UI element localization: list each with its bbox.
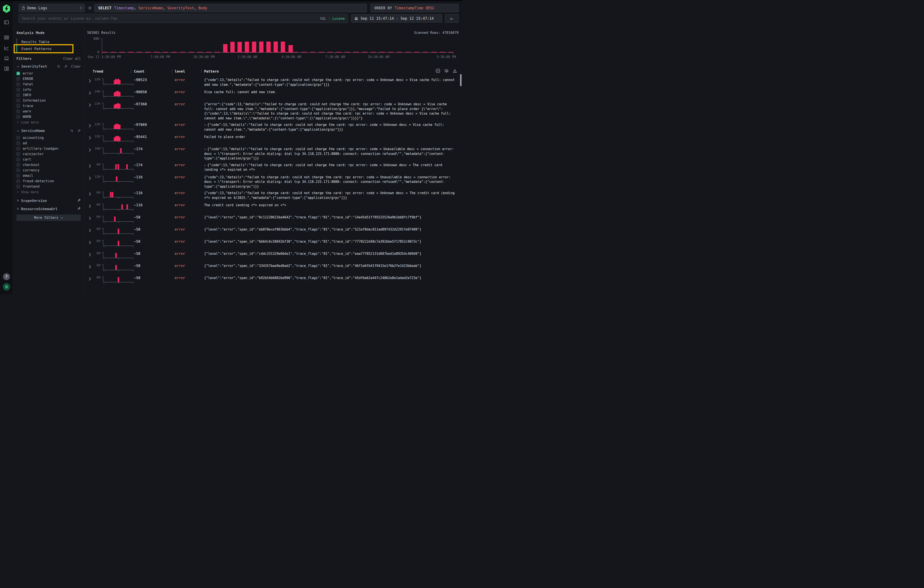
pin-icon[interactable]: [64, 64, 68, 68]
column-header-level[interactable]: level: [175, 69, 204, 73]
filter-option-currency[interactable]: currency: [16, 168, 81, 173]
filter-option-INFO[interactable]: INFO: [16, 92, 81, 98]
filter-option-fatal[interactable]: fatal: [16, 81, 81, 87]
pattern-text[interactable]: The credit card (ending <*> expired on <…: [204, 203, 459, 208]
service-checkbox[interactable]: [16, 168, 20, 172]
expand-row-chevron-icon[interactable]: [87, 148, 94, 152]
pattern-text[interactable]: {"level":"error","span_id":"334357bae9ed…: [204, 264, 459, 268]
expand-row-chevron-icon[interactable]: [87, 229, 94, 232]
table-row[interactable]: 60~174error×{"code":13,"details":"failed…: [87, 161, 459, 173]
events-histogram[interactable]: 80K0Sep 11 3:30:00 PM7:30:00 PM10:30:00 …: [87, 36, 459, 59]
filter-option-ERROR[interactable]: ERROR: [16, 76, 81, 81]
pin-icon[interactable]: [77, 129, 81, 133]
service-checkbox[interactable]: [16, 174, 20, 178]
source-select[interactable]: Demo Logs: [19, 4, 85, 12]
sidebar-toggle-icon[interactable]: [4, 20, 9, 25]
expand-row-chevron-icon[interactable]: [87, 103, 94, 107]
view-code-icon[interactable]: [436, 68, 441, 74]
pattern-text[interactable]: {"error":{"code":13,"details":"failed to…: [204, 102, 459, 121]
service-checkbox[interactable]: [16, 158, 20, 161]
filter-option-cainjector[interactable]: cainjector: [16, 151, 81, 156]
severity-checkbox[interactable]: [16, 110, 20, 113]
filter-option-fraud-detection[interactable]: fraud-detection: [16, 178, 81, 184]
severity-checkbox[interactable]: [16, 82, 20, 86]
filter-option-warn[interactable]: warn: [16, 109, 81, 114]
filter-option-ad[interactable]: ad: [16, 140, 81, 146]
table-row[interactable]: 22K~97069error×{"code":13,"details":"fai…: [87, 121, 459, 133]
pattern-text[interactable]: {"code":13,"details":"failed to charge c…: [204, 191, 459, 200]
search-input[interactable]: [22, 16, 320, 21]
service-group-header[interactable]: ServiceName: [16, 129, 81, 133]
expand-row-chevron-icon[interactable]: [87, 277, 94, 281]
service-checkbox[interactable]: [16, 163, 20, 166]
pattern-text[interactable]: {"level":"error","span_id":"6b64c6c58842…: [204, 239, 459, 244]
search-logs-icon[interactable]: [4, 35, 9, 40]
severity-group-header[interactable]: SeverityText Clear: [16, 64, 81, 68]
severity-checkbox[interactable]: [16, 99, 20, 102]
pattern-text[interactable]: ×{"code":13,"details":"failed to charge …: [204, 123, 459, 132]
table-row[interactable]: 22K~97360error{"error":{"code":13,"detai…: [87, 100, 459, 121]
pin-icon[interactable]: [77, 198, 81, 203]
mode-toggle-sql[interactable]: SQL: [320, 16, 326, 21]
mode-toggle-lucene[interactable]: Lucene: [332, 16, 345, 21]
table-row[interactable]: 60~58error{"level":"error","span_id":"0c…: [87, 213, 459, 225]
app-logo-icon[interactable]: [3, 4, 10, 14]
expand-row-chevron-icon[interactable]: [87, 164, 94, 168]
filter-option-error[interactable]: error: [16, 71, 81, 76]
filter-option-WARN[interactable]: WARN: [16, 114, 81, 119]
table-scrollbar-thumb[interactable]: [460, 74, 462, 86]
service-checkbox[interactable]: [16, 136, 20, 140]
filter-option-info[interactable]: info: [16, 87, 81, 92]
service-checkbox[interactable]: [16, 152, 20, 156]
pattern-text[interactable]: ×{"code":13,"details":"failed to charge …: [204, 147, 459, 161]
table-row[interactable]: 60~116errorThe credit card (ending <*> e…: [87, 201, 459, 213]
search-icon[interactable]: [70, 129, 74, 133]
pattern-text[interactable]: {"level":"error","span_id":"cddc331329e6…: [204, 252, 459, 256]
client-sessions-icon[interactable]: [4, 56, 9, 61]
filter-option-checkout[interactable]: checkout: [16, 162, 81, 168]
wrap-lines-icon[interactable]: [444, 68, 449, 74]
severity-checkbox[interactable]: [16, 77, 20, 81]
chart-explorer-icon[interactable]: [4, 45, 9, 51]
expand-row-chevron-icon[interactable]: [87, 79, 94, 83]
service-show-more[interactable]: Show more: [16, 189, 81, 195]
expand-row-chevron-icon[interactable]: [87, 204, 94, 208]
sql-select-editor[interactable]: SELECT Timestamp, ServiceName, SeverityT…: [94, 4, 367, 12]
pattern-text[interactable]: {"code":13,"details":"failed to charge c…: [204, 78, 459, 87]
date-range-picker[interactable]: Sep 11 15:47:14 - Sep 12 15:47:14: [351, 14, 442, 23]
table-row[interactable]: 60~116error{"code":13,"details":"failed …: [87, 189, 459, 201]
column-header-count[interactable]: Count: [134, 69, 175, 73]
expand-row-chevron-icon[interactable]: [87, 216, 94, 220]
pattern-text[interactable]: Visa cache full: cannot add new item.: [204, 90, 459, 95]
sidebar-item-results-table[interactable]: Results Table: [16, 38, 81, 45]
service-checkbox[interactable]: [16, 185, 20, 188]
source-settings-button[interactable]: [87, 6, 92, 10]
severity-checkbox[interactable]: [16, 104, 20, 108]
table-row[interactable]: 60~58error{"level":"error","span_id":"cd…: [87, 250, 459, 262]
pattern-text[interactable]: {"code":13,"details":"failed to charge c…: [204, 175, 459, 189]
download-icon[interactable]: [452, 68, 457, 74]
scopeversion-group-header[interactable]: ScopeVersion: [16, 198, 81, 203]
pin-icon[interactable]: [77, 207, 81, 211]
filter-option-Information[interactable]: Information: [16, 98, 81, 103]
service-checkbox[interactable]: [16, 147, 20, 150]
filter-option-cart[interactable]: cart: [16, 156, 81, 162]
filter-option-accounting[interactable]: accounting: [16, 135, 81, 140]
column-header-trend[interactable]: Trend: [93, 69, 134, 73]
more-filters-button[interactable]: More filters: [16, 214, 81, 221]
user-avatar[interactable]: U: [3, 283, 10, 290]
expand-row-chevron-icon[interactable]: [87, 253, 94, 257]
table-row[interactable]: 60~58error{"level":"error","span_id":"6b…: [87, 237, 459, 250]
sidebar-item-event-patterns[interactable]: Event Patterns: [16, 45, 81, 52]
expand-row-chevron-icon[interactable]: [87, 136, 94, 140]
clear-all-link[interactable]: Clear all: [63, 57, 81, 61]
severity-checkbox[interactable]: [16, 88, 20, 91]
expand-row-chevron-icon[interactable]: [87, 91, 94, 95]
table-row[interactable]: 24K~98058errorVisa cache full: cannot ad…: [87, 88, 459, 100]
expand-row-chevron-icon[interactable]: [87, 241, 94, 244]
service-checkbox[interactable]: [16, 180, 20, 183]
expand-row-chevron-icon[interactable]: [87, 192, 94, 196]
resourceschemaurl-group-header[interactable]: ResourceSchemaUrl: [16, 207, 81, 211]
severity-load-more[interactable]: Load more: [16, 120, 81, 125]
severity-clear-link[interactable]: Clear: [71, 64, 81, 68]
